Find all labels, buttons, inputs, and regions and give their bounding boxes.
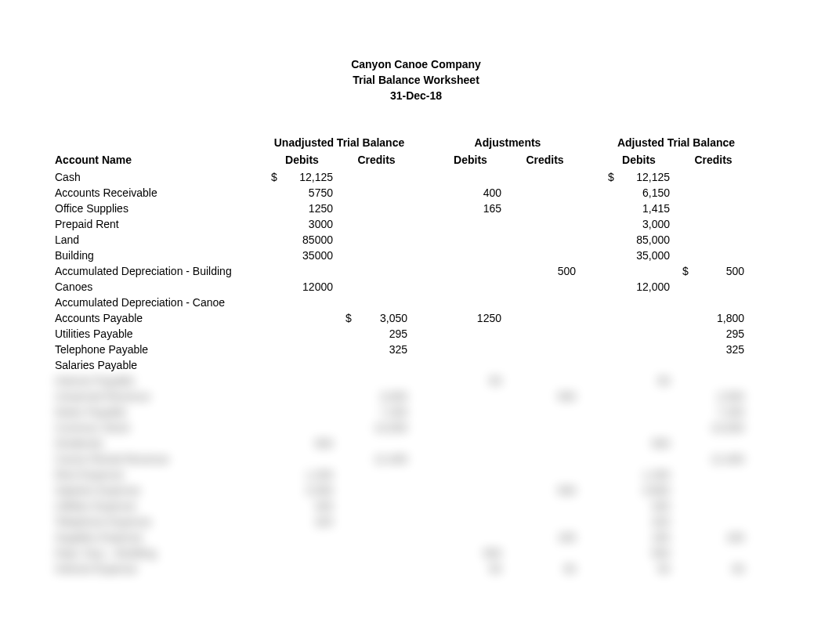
- cell-value: 12,125: [636, 169, 670, 185]
- account-name: Salaries Payable: [49, 357, 265, 373]
- cell: [339, 295, 414, 310]
- cell-value: 295: [389, 326, 407, 342]
- col-adj-debits: Debits: [433, 152, 508, 168]
- cell: [602, 263, 676, 279]
- cell: [508, 185, 582, 201]
- cell: [508, 342, 582, 357]
- cell: [433, 279, 508, 295]
- cell-value: 12,125: [299, 169, 333, 185]
- dollar-sign: $: [271, 169, 277, 185]
- account-name: Office Supplies: [49, 201, 265, 216]
- table-row: Land8500085,000: [49, 232, 783, 248]
- cell: [265, 295, 339, 310]
- cell: [508, 248, 582, 263]
- cell-value: 12000: [302, 279, 333, 295]
- cell: 1250: [265, 201, 339, 216]
- cell-value: 35,000: [636, 248, 670, 263]
- col-atb-debits: Debits: [602, 152, 676, 168]
- cell: [433, 248, 508, 263]
- cell-value: 35000: [302, 248, 333, 263]
- cell: [676, 185, 751, 201]
- account-name: Building: [49, 248, 265, 263]
- cell: [508, 357, 582, 373]
- cell: [339, 263, 414, 279]
- cell: 85,000: [602, 232, 676, 248]
- trial-balance-table: Unadjusted Trial Balance Adjustments Adj…: [49, 135, 783, 373]
- account-name: Canoes: [49, 279, 265, 295]
- cell: 1250: [433, 310, 508, 326]
- doc-date: 31-Dec-18: [0, 88, 832, 103]
- cell: 12,000: [602, 279, 676, 295]
- col-account: Account Name: [49, 152, 265, 168]
- cell: 1,800: [676, 310, 751, 326]
- cell: [265, 357, 339, 373]
- account-name: Accumulated Depreciation - Canoe: [49, 295, 265, 310]
- cell: [339, 216, 414, 232]
- cell: 295: [339, 326, 414, 342]
- cell: [508, 201, 582, 216]
- cell: [433, 357, 508, 373]
- cell: [508, 310, 582, 326]
- table-row: Accumulated Depreciation - Canoe: [49, 295, 783, 310]
- cell: 6,150: [602, 185, 676, 201]
- cell: [602, 310, 676, 326]
- table-row: Cash$12,125$12,125: [49, 169, 783, 185]
- cell: [676, 216, 751, 232]
- cell-value: 400: [483, 185, 501, 201]
- table-row: Accumulated Depreciation - Building500$5…: [49, 263, 783, 279]
- col-unadj-debits: Debits: [265, 152, 339, 168]
- cell: [265, 342, 339, 357]
- cell: [433, 342, 508, 357]
- cell-value: 1,415: [642, 201, 670, 216]
- cell-value: 5750: [309, 185, 333, 201]
- cell: [676, 357, 751, 373]
- table-row: Prepaid Rent30003,000: [49, 216, 783, 232]
- cell-value: 295: [726, 326, 744, 342]
- cell-value: 12,000: [636, 279, 670, 295]
- cell-value: 3000: [309, 216, 333, 232]
- cell-value: 3,050: [380, 310, 407, 326]
- cell: [265, 263, 339, 279]
- cell: [433, 295, 508, 310]
- cell: [676, 201, 751, 216]
- cell: 35,000: [602, 248, 676, 263]
- cell: 35000: [265, 248, 339, 263]
- cell: 3000: [265, 216, 339, 232]
- cell: [339, 248, 414, 263]
- table-row: Telephone Payable325325: [49, 342, 783, 357]
- account-name: Cash: [49, 169, 265, 185]
- cell: 500: [508, 263, 582, 279]
- cell: 1,415: [602, 201, 676, 216]
- cell: [433, 326, 508, 342]
- cell-value: 3,000: [642, 216, 670, 232]
- cell-value: 85000: [302, 232, 333, 248]
- cell: [433, 169, 508, 185]
- cell: 165: [433, 201, 508, 216]
- cell: [602, 342, 676, 357]
- account-name: Land: [49, 232, 265, 248]
- cell-value: 1250: [309, 201, 333, 216]
- cell: $12,125: [265, 169, 339, 185]
- account-name: Telephone Payable: [49, 342, 265, 357]
- company-name: Canyon Canoe Company: [0, 56, 832, 72]
- cell: $12,125: [602, 169, 676, 185]
- dollar-sign: $: [608, 169, 614, 185]
- table-row: Utilities Payable295295: [49, 326, 783, 342]
- col-adj-credits: Credits: [508, 152, 582, 168]
- table-row: Accounts Payable$3,05012501,800: [49, 310, 783, 326]
- account-name: Prepaid Rent: [49, 216, 265, 232]
- cell: 3,000: [602, 216, 676, 232]
- cell: [265, 326, 339, 342]
- cell: [676, 295, 751, 310]
- table-row: Canoes1200012,000: [49, 279, 783, 295]
- account-name: Accounts Receivable: [49, 185, 265, 201]
- section-adjustments: Adjustments: [433, 135, 582, 150]
- account-name: Utilities Payable: [49, 326, 265, 342]
- table-row: Salaries Payable: [49, 357, 783, 373]
- obscured-rows: Interest Payable5050Unearned Revenue3,00…: [49, 373, 783, 583]
- cell: 325: [339, 342, 414, 357]
- cell: [433, 232, 508, 248]
- cell-value: 325: [389, 342, 407, 357]
- table-row: Building3500035,000: [49, 248, 783, 263]
- cell-value: 85,000: [636, 232, 670, 248]
